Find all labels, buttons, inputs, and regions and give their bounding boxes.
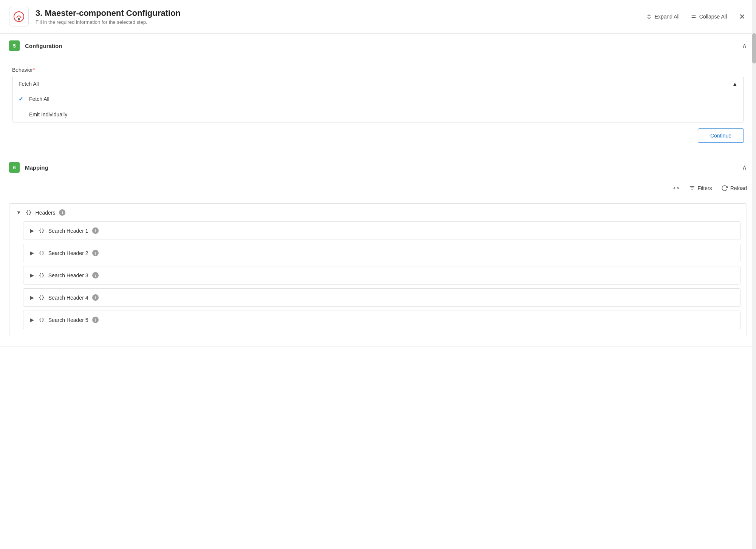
search-header-5-header[interactable]: ▶ {} Search Header 5 i xyxy=(23,311,740,329)
selected-value: Fetch All xyxy=(19,81,39,87)
configuration-body: Behavior* Fetch All ▲ ✓ Fetch All xyxy=(0,58,756,155)
header-subtitle: Fill in the required information for the… xyxy=(36,19,646,25)
search-header-1-braces-icon: {} xyxy=(39,228,45,234)
search-header-5-item: ▶ {} Search Header 5 i xyxy=(23,311,741,329)
code-icon xyxy=(673,185,680,192)
headers-children: ▶ {} Search Header 1 i ▶ {} Search Heade… xyxy=(9,221,747,336)
continue-row: Continue xyxy=(12,122,744,144)
search-header-5-expand-button[interactable]: ▶ xyxy=(29,316,35,323)
mapping-badge: 6 xyxy=(9,162,20,173)
search-header-1-label: Search Header 1 xyxy=(48,228,88,234)
headers-info-icon[interactable]: i xyxy=(59,209,65,216)
behavior-dropdown: ✓ Fetch All Emit Individually xyxy=(12,91,744,122)
header-actions: Expand All Collapse All ✕ xyxy=(646,11,747,22)
header-text: 3. Maester-component Configuration Fill … xyxy=(36,8,646,25)
check-icon: ✓ xyxy=(19,96,25,102)
headers-label: Headers xyxy=(36,210,56,216)
headers-braces-icon: {} xyxy=(26,210,32,215)
scrollbar-track[interactable] xyxy=(752,0,756,549)
search-header-3-label: Search Header 3 xyxy=(48,272,88,278)
search-header-4-item: ▶ {} Search Header 4 i xyxy=(23,288,741,307)
expand-all-button[interactable]: Expand All xyxy=(646,13,680,20)
configuration-chevron-icon: ∧ xyxy=(742,42,747,50)
configuration-title: Configuration xyxy=(25,43,742,49)
mapping-chevron-icon: ∧ xyxy=(742,163,747,172)
search-header-5-info-icon[interactable]: i xyxy=(92,317,99,323)
search-header-3-header[interactable]: ▶ {} Search Header 3 i xyxy=(23,266,740,284)
search-header-1-info-icon[interactable]: i xyxy=(92,227,99,234)
search-header-2-expand-button[interactable]: ▶ xyxy=(29,249,35,257)
search-header-3-item: ▶ {} Search Header 3 i xyxy=(23,266,741,285)
option-fetch-all[interactable]: ✓ Fetch All xyxy=(12,91,744,107)
search-header-4-header[interactable]: ▶ {} Search Header 4 i xyxy=(23,289,740,306)
select-chevron-up-icon: ▲ xyxy=(732,81,737,87)
behavior-select-header[interactable]: Fetch All ▲ xyxy=(12,77,744,91)
search-header-4-braces-icon: {} xyxy=(39,295,45,300)
behavior-select[interactable]: Fetch All ▲ ✓ Fetch All Emit Individuall… xyxy=(12,77,744,122)
code-toggle-button[interactable] xyxy=(673,185,680,192)
app-logo xyxy=(9,7,29,26)
mapping-tree: ▼ {} Headers i ▶ {} Search Header 1 i xyxy=(0,197,756,346)
mapping-toolbar: Filters Reload xyxy=(0,179,756,197)
filters-icon xyxy=(689,185,696,192)
search-header-1-expand-button[interactable]: ▶ xyxy=(29,227,35,234)
reload-button[interactable]: Reload xyxy=(721,185,747,192)
close-button[interactable]: ✕ xyxy=(737,11,747,22)
search-header-1-item: ▶ {} Search Header 1 i xyxy=(23,221,741,240)
behavior-label: Behavior* xyxy=(12,67,744,73)
search-header-3-braces-icon: {} xyxy=(39,272,45,278)
search-header-4-info-icon[interactable]: i xyxy=(92,294,99,301)
mapping-section-header[interactable]: 6 Mapping ∧ xyxy=(0,155,756,179)
search-header-2-item: ▶ {} Search Header 2 i xyxy=(23,244,741,262)
mapping-title: Mapping xyxy=(25,164,742,171)
filters-button[interactable]: Filters xyxy=(689,185,712,192)
svg-rect-1 xyxy=(18,18,20,20)
headers-tree-item: ▼ {} Headers i ▶ {} Search Header 1 i xyxy=(9,203,747,336)
content-area: 5 Configuration ∧ Behavior* Fetch All ▲ … xyxy=(0,34,756,362)
option-emit-individually[interactable]: Emit Individually xyxy=(12,107,744,122)
configuration-badge: 5 xyxy=(9,40,20,51)
collapse-all-button[interactable]: Collapse All xyxy=(690,13,727,20)
headers-item-header[interactable]: ▼ {} Headers i xyxy=(9,204,747,221)
search-header-1-header[interactable]: ▶ {} Search Header 1 i xyxy=(23,222,740,240)
collapse-all-icon xyxy=(690,13,697,20)
mapping-section: 6 Mapping ∧ Filt xyxy=(0,155,756,346)
configuration-section-header[interactable]: 5 Configuration ∧ xyxy=(0,34,756,58)
continue-button[interactable]: Continue xyxy=(698,128,744,143)
reload-icon xyxy=(721,185,728,192)
main-panel: 3. Maester-component Configuration Fill … xyxy=(0,0,756,549)
headers-collapse-button[interactable]: ▼ xyxy=(15,209,22,216)
configuration-section: 5 Configuration ∧ Behavior* Fetch All ▲ … xyxy=(0,34,756,155)
header: 3. Maester-component Configuration Fill … xyxy=(0,0,756,34)
search-header-4-expand-button[interactable]: ▶ xyxy=(29,294,35,301)
search-header-2-braces-icon: {} xyxy=(39,250,45,256)
required-asterisk: * xyxy=(33,67,35,73)
search-header-2-header[interactable]: ▶ {} Search Header 2 i xyxy=(23,244,740,262)
scrollbar-thumb xyxy=(752,33,756,63)
search-header-4-label: Search Header 4 xyxy=(48,295,88,301)
search-header-2-info-icon[interactable]: i xyxy=(92,250,99,256)
search-header-5-braces-icon: {} xyxy=(39,317,45,323)
expand-all-icon xyxy=(646,13,652,20)
search-header-2-label: Search Header 2 xyxy=(48,250,88,256)
search-header-3-info-icon[interactable]: i xyxy=(92,272,99,278)
search-header-5-label: Search Header 5 xyxy=(48,317,88,323)
search-header-3-expand-button[interactable]: ▶ xyxy=(29,272,35,279)
header-title: 3. Maester-component Configuration xyxy=(36,8,646,18)
